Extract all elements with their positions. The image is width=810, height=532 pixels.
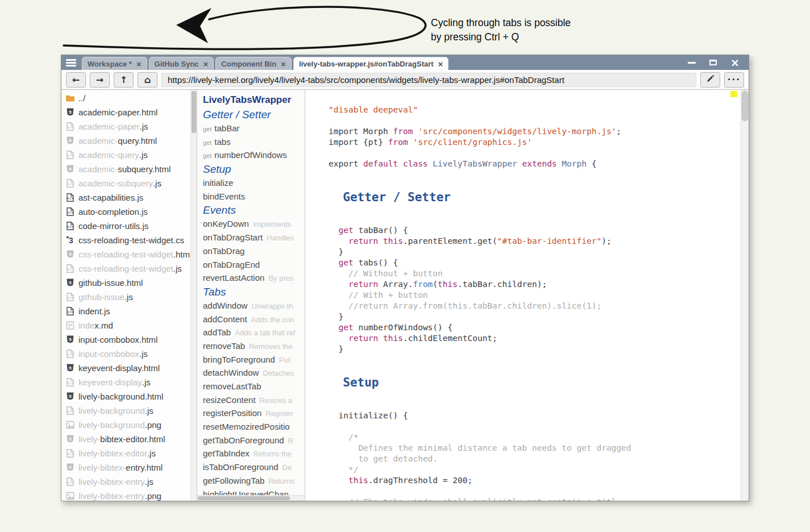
file-row[interactable]: ../ — [61, 91, 197, 105]
code-scrollbar[interactable] — [741, 90, 749, 501]
file-name: .js — [145, 406, 153, 415]
file-row[interactable]: 3css-reloading-test-widget.cs — [61, 233, 197, 247]
tab-label: Component Bin — [221, 60, 276, 68]
file-row[interactable]: 5lively-bibtex-entry.html — [61, 460, 197, 475]
tab-close-icon[interactable]: × — [136, 60, 142, 68]
outline-hscrollbar-thumb[interactable] — [198, 496, 290, 500]
file-row[interactable]: </>code-mirror-utils.js — [61, 219, 197, 233]
outline-method[interactable]: bringToForegroundPut — [203, 353, 305, 367]
tab[interactable]: Workspace *× — [82, 57, 147, 70]
file-row[interactable]: </>keyevent-display.js — [61, 375, 197, 389]
outline-method[interactable]: resizeContentResizes a — [203, 393, 305, 407]
outline-method[interactable]: getnumberOfWindows — [203, 148, 305, 162]
outline-class-title[interactable]: LivelyTabsWrapper — [203, 92, 305, 107]
outline-section[interactable]: Getter / Setter — [203, 107, 305, 122]
outline-method[interactable]: getFollowingTabReturns — [203, 474, 305, 488]
outline-method[interactable]: registerPositionRegister — [203, 406, 305, 420]
file-row[interactable]: </>academic-subquery.js — [61, 176, 197, 190]
file-row[interactable]: 5keyevent-display.html — [61, 361, 197, 375]
svg-text:5: 5 — [69, 167, 72, 172]
code-scrollbar-thumb[interactable] — [742, 91, 748, 121]
more-options-button[interactable]: ••• — [724, 72, 744, 88]
file-row[interactable]: </>github-issue.js — [61, 290, 197, 304]
file-row[interactable]: 5lively-background.html — [61, 389, 197, 404]
outline-method[interactable]: onTabDragEnd — [203, 258, 305, 272]
outline-method[interactable]: detachWindowDetaches — [203, 366, 305, 380]
method-name: numberOfWindows — [214, 150, 287, 160]
file-row[interactable]: </>lively-bibtex-entry.js — [61, 475, 197, 489]
file-row[interactable]: 5github-issue.html — [61, 276, 197, 290]
tab[interactable]: Component Bin× — [215, 57, 292, 70]
close-window-button[interactable]: × — [730, 59, 740, 66]
home-button[interactable]: ⌂ — [138, 72, 157, 88]
file-row[interactable]: 5academic-query.html — [61, 134, 197, 148]
outline-section[interactable]: Tabs — [203, 285, 305, 299]
tab-close-icon[interactable]: × — [203, 60, 209, 68]
minimize-button[interactable] — [688, 62, 696, 64]
file-row[interactable]: 5input-combobox.html — [61, 332, 197, 347]
file-row[interactable]: index.md — [61, 318, 197, 332]
code-editor[interactable]: "disable deepeval"import Morph from 'src… — [305, 90, 749, 501]
code-line: export default class LivelyTabsWrapper e… — [329, 159, 737, 169]
file-row[interactable]: 5lively-bibtex-editor.html — [61, 432, 197, 446]
file-row[interactable]: lively-bibtex-entry.png — [61, 489, 197, 501]
file-row[interactable]: </>css-reloading-test-widget.js — [61, 261, 197, 276]
file-row[interactable]: </>ast-capabilities.js — [61, 190, 197, 205]
up-button[interactable]: ↑ — [114, 72, 134, 88]
file-row[interactable]: </>lively-background.js — [61, 404, 197, 418]
file-row[interactable]: </>academic-paper.js — [61, 119, 197, 134]
forward-button[interactable]: → — [90, 72, 110, 88]
method-prefix: get — [203, 152, 211, 159]
file-row[interactable]: </>lively-bibtex-editor.js — [61, 446, 197, 460]
edit-button[interactable] — [700, 72, 720, 88]
file-row[interactable]: lively-background.png — [61, 418, 197, 432]
outline-method[interactable]: onTabDragStartHandles — [203, 231, 305, 244]
file-list-scrollbar-thumb[interactable] — [192, 91, 196, 133]
outline-method[interactable]: addTabAdds a tab that ref — [203, 326, 305, 339]
outline-method[interactable]: revertLastActionBy pres — [203, 271, 305, 285]
url-input[interactable] — [161, 73, 696, 87]
method-name: isTabOnForeground — [203, 462, 279, 472]
outline-section[interactable]: Setup — [203, 162, 305, 176]
js-icon: </> — [65, 221, 75, 231]
outline-method[interactable]: bindEvents — [203, 190, 305, 203]
outline-method[interactable]: getTabIndexReturns the — [203, 447, 305, 460]
file-name: ast-capabilities.js — [78, 193, 143, 202]
file-row[interactable]: </>indent.js — [61, 304, 197, 318]
file-row[interactable]: 5academic-paper.html — [61, 105, 197, 119]
tab-close-icon[interactable]: × — [438, 60, 443, 68]
file-row[interactable]: </>academic-query.js — [61, 148, 197, 162]
outline-method[interactable]: resetMemoziredPositio — [203, 420, 305, 434]
code-token: get — [338, 258, 353, 267]
file-row[interactable]: </>auto-completion.js — [61, 205, 197, 219]
outline-method[interactable]: gettabBar — [203, 122, 305, 135]
file-row[interactable]: 5academic-subquery.html — [61, 162, 197, 176]
tab[interactable]: GitHub Sync× — [149, 57, 214, 70]
code-token: "#tab-bar-identifier" — [497, 236, 601, 246]
tab-close-icon[interactable]: × — [281, 60, 286, 68]
outline-method[interactable]: onKeyDownImplements — [203, 217, 305, 231]
file-name-dim: lively-background — [78, 420, 145, 430]
tab-active[interactable]: lively-tabs-wrapper.js#onTabDragStart× — [293, 57, 448, 70]
file-name: .js — [139, 349, 148, 359]
outline-method[interactable]: gettabs — [203, 135, 305, 149]
code-line: get tabs() { — [329, 257, 737, 268]
outline-method[interactable]: addWindowUnwrapps th — [203, 299, 305, 313]
outline-method[interactable]: removeTabRemoves the — [203, 339, 305, 353]
hamburger-menu-icon[interactable] — [66, 59, 76, 66]
outline-method[interactable]: isTabOnForegroundDe — [203, 460, 305, 474]
file-name-dim: academic-paper — [78, 122, 140, 131]
file-row[interactable]: </>input-combobox.js — [61, 347, 197, 361]
maximize-button[interactable] — [709, 60, 717, 65]
outline-hscrollbar[interactable] — [197, 495, 305, 501]
outline-method[interactable]: initialize — [203, 176, 305, 190]
outline-method[interactable]: getTabOnForegroundR — [203, 434, 305, 447]
outline-section[interactable]: Events — [203, 203, 305, 217]
file-name: ../ — [78, 93, 86, 103]
outline-method[interactable]: addContentAdds the con — [203, 313, 305, 326]
outline-method[interactable]: removeLastTab — [203, 380, 305, 393]
file-row[interactable]: 5css-reloading-test-widget.html — [61, 247, 197, 261]
outline-method[interactable]: onTabDrag — [203, 244, 305, 258]
file-list-scrollbar[interactable] — [190, 90, 197, 501]
back-button[interactable]: ← — [66, 72, 86, 88]
